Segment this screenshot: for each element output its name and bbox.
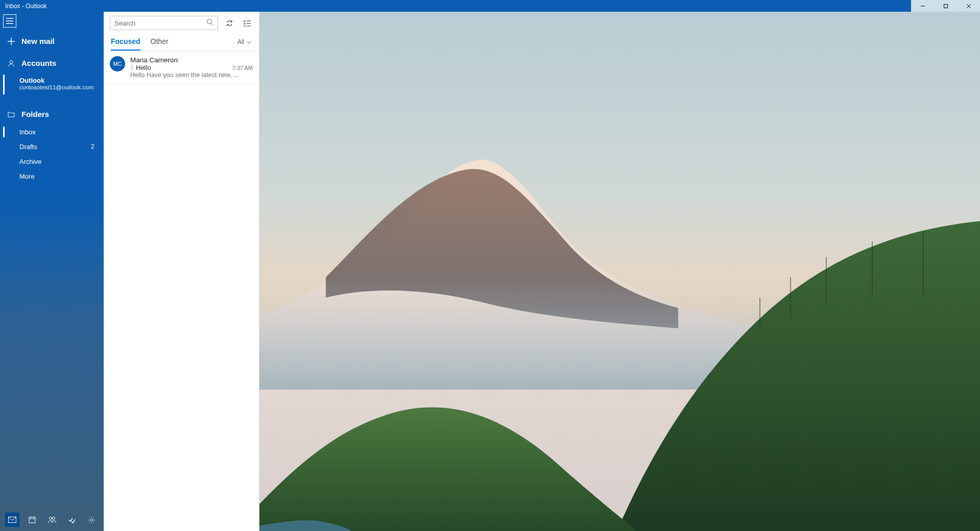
folder-label: Inbox	[19, 128, 36, 136]
chevron-right-icon	[130, 64, 134, 71]
select-mode-button[interactable]	[241, 17, 253, 29]
svg-rect-1	[944, 4, 947, 8]
folder-drafts[interactable]: Drafts 2	[0, 139, 104, 154]
tabs-row: Focused Other All	[104, 34, 259, 51]
svg-point-18	[207, 19, 212, 24]
accounts-label: Accounts	[21, 59, 56, 67]
window-controls	[911, 0, 980, 12]
message-item[interactable]: MC Maria Cameron Hello 7:37 AM Hello Hav…	[104, 51, 259, 84]
folder-archive[interactable]: Archive	[0, 154, 104, 169]
message-list-pane: Focused Other All MC Maria Cameron	[104, 12, 259, 531]
titlebar: Inbox - Outlook	[0, 0, 980, 12]
account-entry[interactable]: Outlook contosotest11@outlook.com	[0, 74, 104, 95]
account-address: contosotest11@outlook.com	[19, 84, 97, 90]
chevron-down-icon	[247, 38, 252, 45]
sidebar-bottom-bar	[0, 509, 104, 531]
reading-pane	[259, 12, 980, 531]
list-toolbar	[104, 12, 259, 34]
settings-icon[interactable]	[85, 513, 99, 527]
close-button[interactable]	[957, 0, 980, 12]
avatar: MC	[110, 56, 125, 71]
sync-button[interactable]	[223, 17, 235, 29]
message-sender: Maria Cameron	[130, 56, 253, 64]
search-icon[interactable]	[206, 18, 213, 28]
message-preview: Hello Have you seen the latest new, ...	[130, 71, 253, 79]
plus-icon	[7, 38, 15, 45]
tab-focused[interactable]: Focused	[111, 37, 140, 51]
calendar-icon[interactable]	[25, 513, 39, 527]
accounts-header[interactable]: Accounts	[0, 52, 104, 74]
svg-point-17	[91, 519, 93, 521]
folder-more[interactable]: More	[0, 169, 104, 184]
window-title: Inbox - Outlook	[5, 3, 46, 10]
folder-icon	[7, 111, 15, 117]
minimize-button[interactable]	[911, 0, 934, 12]
svg-rect-11	[29, 517, 35, 523]
svg-point-15	[49, 517, 52, 520]
mail-icon[interactable]	[5, 513, 19, 527]
account-name: Outlook	[19, 77, 97, 84]
search-input[interactable]	[114, 19, 206, 27]
folder-label: More	[19, 173, 35, 180]
hamburger-button[interactable]	[3, 14, 16, 28]
svg-point-9	[10, 60, 13, 63]
new-mail-label: New mail	[21, 37, 55, 45]
message-subject: Hello	[136, 64, 151, 71]
maximize-button[interactable]	[934, 0, 957, 12]
folder-label: Archive	[19, 158, 41, 165]
filter-label: All	[237, 38, 244, 45]
search-box[interactable]	[110, 16, 218, 30]
svg-point-16	[52, 517, 55, 520]
folder-inbox[interactable]: Inbox	[0, 125, 104, 139]
people-icon[interactable]	[45, 513, 59, 527]
folder-label: Drafts	[19, 143, 37, 151]
tab-other[interactable]: Other	[151, 37, 169, 51]
main-layout: New mail Accounts Outlook contosotest11@…	[0, 12, 980, 531]
folder-count: 2	[91, 143, 94, 151]
sidebar: New mail Accounts Outlook contosotest11@…	[0, 12, 104, 531]
new-mail-button[interactable]: New mail	[0, 30, 104, 52]
folders-header[interactable]: Folders	[0, 103, 104, 125]
folders-label: Folders	[21, 110, 49, 118]
message-time: 7:37 AM	[232, 65, 253, 71]
svg-rect-10	[8, 517, 16, 523]
todo-icon[interactable]	[65, 513, 79, 527]
filter-dropdown[interactable]: All	[237, 38, 252, 50]
svg-line-19	[211, 23, 213, 26]
person-icon	[7, 60, 15, 67]
